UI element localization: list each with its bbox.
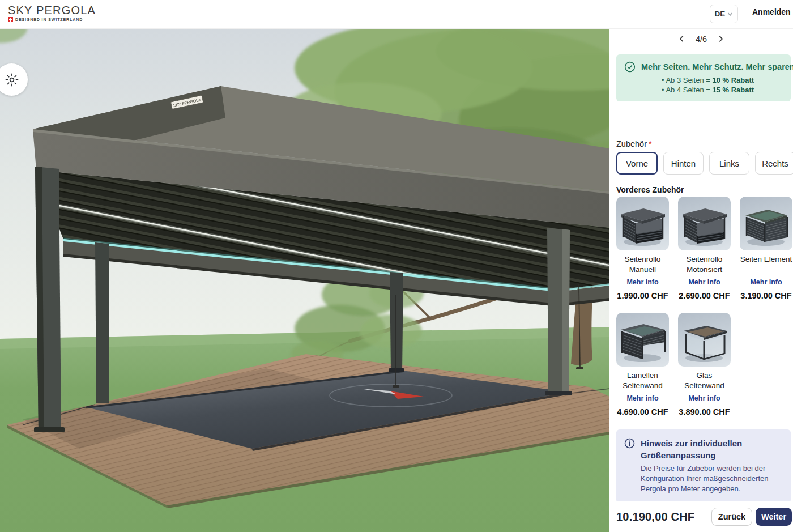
chevron-right-icon: [717, 35, 724, 42]
language-value: DE: [715, 10, 726, 18]
side-button-rechts[interactable]: Rechts: [755, 152, 793, 175]
product-price: 4.690.00 CHF: [617, 407, 668, 416]
brand-tagline: DESIGNED IN SWITZERLAND: [15, 18, 83, 22]
product-grid: SeitenrolloManuell Mehr info 1.990.00 CH…: [616, 197, 793, 416]
more-info-link[interactable]: Mehr info: [688, 394, 720, 402]
chevron-left-icon: [678, 35, 685, 42]
more-info-link[interactable]: Mehr info: [626, 278, 658, 286]
pergola-scene: SKY PERGOLA: [0, 28, 609, 532]
promo-title: Mehr Seiten. Mehr Schutz. Mehr sparen: [641, 62, 793, 71]
product-thumbnail: [678, 313, 731, 367]
more-info-link[interactable]: Mehr info: [750, 278, 782, 286]
notice-body: Die Preise für Zubebor werden bei der Ko…: [641, 463, 771, 494]
product-price: 3.190.00 CHF: [740, 291, 791, 300]
product-card-seiten-element[interactable]: Seiten Element Mehr info 3.190.00 CHF: [740, 197, 792, 300]
product-name: SeitenrolloManuell: [625, 254, 661, 275]
prev-step-button[interactable]: [677, 34, 687, 44]
product-price: 2.690.00 CHF: [679, 291, 730, 300]
section-title: Vorderes Zubehör: [616, 185, 684, 194]
accessory-label: Zubehör*: [616, 139, 652, 148]
next-step-button[interactable]: [716, 34, 726, 44]
promo-bullet: • Ab 4 Seiten = 15 % Rabatt: [662, 85, 785, 95]
more-info-link[interactable]: Mehr info: [688, 278, 720, 286]
sizing-notice-box: Hinweis zur individuellen Größenanpassun…: [616, 429, 791, 503]
product-card-seitenrollo-motorisiert[interactable]: SeitenrolloMotorisiert Mehr info 2.690.0…: [678, 197, 731, 300]
side-button-vorne[interactable]: Vorne: [616, 152, 658, 175]
more-info-link[interactable]: Mehr info: [626, 394, 658, 402]
product-thumbnail: [678, 197, 731, 250]
step-pagination: 4/6: [609, 34, 793, 44]
product-price: 3.890.00 CHF: [679, 407, 730, 416]
next-button[interactable]: Weiter: [756, 508, 792, 526]
swiss-flag-icon: [8, 17, 13, 22]
promo-bullet: • Ab 3 Seiten = 10 % Rabatt: [662, 75, 785, 85]
side-button-links[interactable]: Links: [709, 152, 749, 175]
login-button[interactable]: Anmelden: [749, 7, 793, 17]
top-bar: SKY PERGOLA DESIGNED IN SWITZERLAND DE A…: [0, 0, 793, 29]
check-circle-icon: [624, 61, 636, 73]
chevron-down-icon: [727, 11, 733, 17]
brand-name: SKY PERGOLA: [8, 4, 96, 16]
step-counter: 4/6: [696, 35, 707, 44]
product-thumbnail: [616, 197, 669, 250]
product-thumbnail: [616, 313, 669, 367]
side-selector-group: Vorne Hinten Links Rechts: [616, 152, 793, 175]
product-name: GlasSeitenwand: [684, 371, 724, 391]
required-asterisk: *: [649, 139, 652, 148]
brightness-icon: [5, 73, 19, 87]
back-button[interactable]: Zurück: [711, 508, 752, 526]
product-name: SeitenrolloMotorisiert: [687, 254, 723, 275]
config-sidebar: 4/6 Mehr Seiten. Mehr Schutz. Mehr spare…: [609, 28, 793, 501]
product-name: LamellenSeitenwand: [623, 371, 663, 391]
notice-title: Hinweis zur individuellen Größenanpassun…: [641, 437, 760, 461]
configurator-3d-viewport[interactable]: SKY PERGOLA: [0, 28, 609, 532]
brand-logo: SKY PERGOLA DESIGNED IN SWITZERLAND: [8, 4, 96, 22]
discount-promo-box: Mehr Seiten. Mehr Schutz. Mehr sparen • …: [616, 54, 791, 101]
side-button-hinten[interactable]: Hinten: [663, 152, 704, 175]
product-card-lamellen-seitenwand[interactable]: LamellenSeitenwand Mehr info 4.690.00 CH…: [616, 313, 669, 416]
product-card-glas-seitenwand[interactable]: GlasSeitenwand Mehr info 3.890.00 CHF: [678, 313, 731, 416]
language-selector[interactable]: DE: [710, 5, 738, 23]
product-name: Seiten Element: [740, 254, 792, 275]
total-price: 10.190,00 CHF: [616, 510, 694, 524]
info-icon: [624, 438, 635, 449]
product-price: 1.990.00 CHF: [617, 291, 668, 300]
summary-footer: 10.190,00 CHF Zurück Weiter: [609, 501, 793, 532]
product-thumbnail: [740, 197, 792, 250]
product-card-seitenrollo-manuell[interactable]: SeitenrolloManuell Mehr info 1.990.00 CH…: [616, 197, 669, 300]
